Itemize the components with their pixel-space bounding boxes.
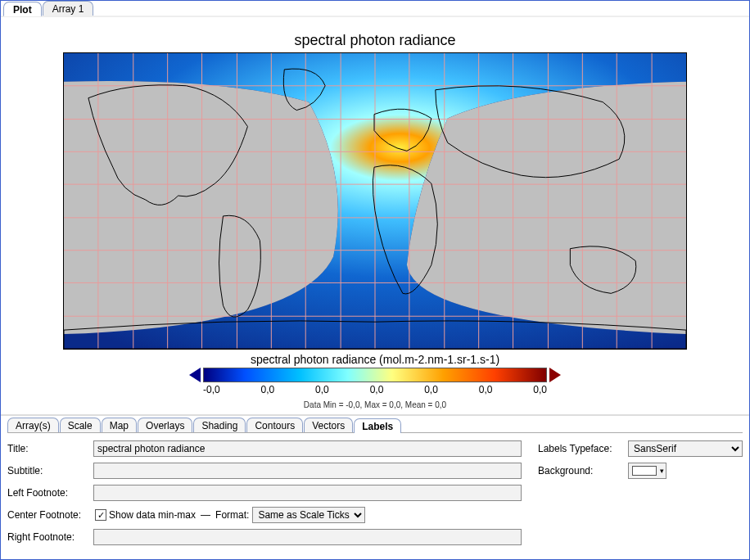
colorbar-max-triangle-icon [549,368,561,382]
colorbar-tick: 0,0 [533,384,547,395]
right-footnote-label: Right Footnote: [7,531,93,543]
tab-contours[interactable]: Contours [246,418,303,432]
show-minmax-label: Show data min-max [109,509,196,521]
subtitle-label: Subtitle: [7,465,93,476]
background-swatch [632,466,657,476]
colorbar-tick: 0,0 [424,384,438,395]
plot-title: spectral photon radiance [63,32,687,49]
tab-labels[interactable]: Labels [354,418,401,433]
colorbar-gradient [203,368,547,382]
labels-form: Title: Subtitle: Left Footnote: Center F… [7,433,743,550]
title-input[interactable] [93,440,522,457]
format-select[interactable]: Same as Scale Ticks [252,507,365,523]
colorbar-tick: 0,0 [315,384,329,395]
background-color-picker[interactable]: ▾ [628,463,666,479]
left-footnote-label: Left Footnote: [7,487,93,499]
properties-panel: Array(s) Scale Map Overlays Shading Cont… [1,414,749,557]
colorbar-tick: 0,0 [479,384,493,395]
colorbar-tick: 0,0 [261,384,275,395]
subtitle-input[interactable] [93,463,522,479]
center-footnote-text: Data Min = -0,0, Max = 0,0, Mean = 0,0 [63,400,687,409]
tab-overlays[interactable]: Overlays [138,418,192,432]
map-overlay-svg [64,53,686,349]
tab-array-1[interactable]: Array 1 [43,1,94,16]
map-canvas [63,52,687,350]
colorbar-tick: 0,0 [370,384,384,395]
left-footnote-input[interactable] [93,485,522,501]
show-minmax-checkbox[interactable]: ✓ [95,509,106,521]
right-footnote-input[interactable] [93,529,522,545]
checkmark-icon: ✓ [97,511,105,520]
separator-text: — [201,509,210,521]
center-footnote-label: Center Footnote: [7,509,93,521]
title-label: Title: [7,443,93,454]
option-tab-strip: Array(s) Scale Map Overlays Shading Cont… [7,416,743,433]
colorbar-min-triangle-icon [189,368,201,382]
colorbar: spectral photon radiance (mol.m-2.nm-1.s… [63,353,687,395]
colorbar-tick: -0,0 [203,384,220,395]
chevron-down-icon: ▾ [660,467,664,475]
tab-arrays[interactable]: Array(s) [7,418,59,432]
typeface-label: Labels Typeface: [538,443,628,454]
background-label: Background: [538,465,628,476]
colorbar-label: spectral photon radiance (mol.m-2.nm-1.s… [63,353,687,366]
format-label: Format: [215,509,249,521]
tab-shading[interactable]: Shading [193,418,246,432]
top-tab-strip: Plot Array 1 [1,1,749,17]
tab-vectors[interactable]: Vectors [304,418,353,432]
tab-scale[interactable]: Scale [60,418,101,432]
tab-map[interactable]: Map [102,418,137,432]
colorbar-ticks: -0,0 0,0 0,0 0,0 0,0 0,0 0,0 [203,384,547,395]
tab-plot[interactable]: Plot [3,2,42,16]
typeface-select[interactable]: SansSerif [628,440,743,457]
plot-panel: spectral photon radiance [1,17,749,414]
